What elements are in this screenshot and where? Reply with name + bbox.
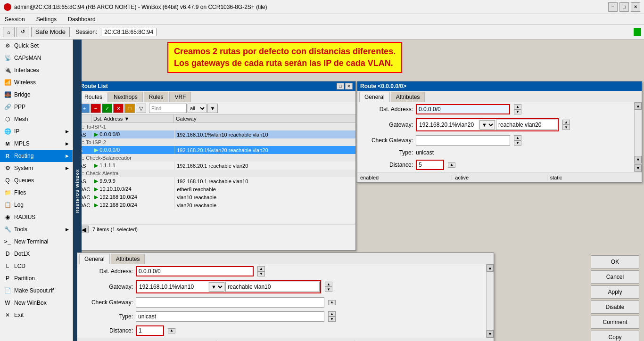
route-list-close[interactable]: ✕	[345, 83, 353, 89]
tab-attributes-detail[interactable]: Attributes	[391, 92, 425, 102]
edit-dst-down[interactable]: ▼	[257, 271, 265, 276]
dist-up-button[interactable]: ▲	[448, 162, 455, 168]
sidebar-item-mpls[interactable]: M MPLS ▶	[0, 138, 73, 150]
disable-button[interactable]: Disable	[591, 300, 639, 314]
dst-address-input[interactable]	[416, 104, 510, 114]
col-dst-address[interactable]: Dst. Address ▼	[91, 115, 174, 122]
tab-attributes-edit[interactable]: Attributes	[111, 254, 145, 264]
sidebar-item-log[interactable]: 📋 Log	[0, 199, 73, 211]
sidebar-item-wireless[interactable]: 📶 Wireless	[0, 76, 73, 89]
sidebar-item-exit[interactable]: ✕ Exit	[0, 309, 73, 321]
tab-nexthops[interactable]: Nexthops	[108, 92, 143, 102]
sidebar-item-mesh[interactable]: ⬡ Mesh	[0, 113, 73, 125]
check-gateway-input-detail[interactable]	[416, 135, 510, 146]
table-row-balanceador[interactable]: AS ▶ 1.1.1.1 192.168.20.1 reachable vlan…	[77, 162, 355, 170]
enable-route-button[interactable]: ✓	[102, 104, 112, 113]
table-row-isp1[interactable]: AS ▶ 0.0.0.0/0 192.168.10.1%vlan10 reach…	[77, 130, 355, 138]
sidebar-item-system[interactable]: ⚙ System ▶	[0, 162, 73, 174]
copy-button[interactable]: Copy	[591, 331, 639, 341]
col-gateway[interactable]: Gateway	[174, 115, 355, 122]
table-row-isp2[interactable]: S ▶ 0.0.0.0/0 192.168.20.1%vlan20 reacha…	[77, 146, 355, 154]
route-list-resize[interactable]: □	[337, 83, 344, 89]
edit-gw-down[interactable]: ▼	[325, 287, 332, 292]
sidebar-item-radius[interactable]: ◉ RADIUS	[0, 211, 73, 223]
menu-dashboard[interactable]: Dashboard	[65, 15, 99, 24]
refresh-button[interactable]: ↺	[17, 27, 29, 37]
detail-scroll-down-bot[interactable]: ▼	[635, 164, 642, 172]
edit-status-bar: enabled active static	[77, 338, 494, 341]
cancel-button[interactable]: Cancel	[591, 270, 639, 284]
edit-scroll-down[interactable]: ▼	[487, 330, 494, 338]
sidebar-item-capsman[interactable]: 📡 CAPsMAN	[0, 52, 73, 64]
maximize-button[interactable]: □	[619, 2, 629, 12]
comment-button[interactable]: Comment	[591, 316, 639, 329]
distance-input-detail[interactable]	[416, 160, 444, 170]
home-button[interactable]: ⌂	[3, 27, 15, 37]
edit-gw-up[interactable]: ▲	[325, 282, 332, 287]
sidebar-item-partition[interactable]: P Partition	[0, 272, 73, 284]
sidebar-item-files[interactable]: 📁 Files	[0, 187, 73, 199]
sidebar-item-lcd[interactable]: L LCD	[0, 260, 73, 272]
find-input[interactable]	[149, 104, 187, 113]
table-row-dac1[interactable]: DAC ▶ 10.10.10.0/24 ether8 reachable	[77, 185, 355, 193]
table-row-alestra[interactable]: AS ▶ 9.9.9.9 192.168.10.1 reachable vlan…	[77, 177, 355, 185]
find-all-dropdown[interactable]: all	[188, 104, 206, 113]
edit-cg-up[interactable]: ▲	[328, 300, 336, 305]
edit-check-gw-input[interactable]	[136, 297, 324, 308]
detail-scroll-down-top[interactable]: ▼	[635, 156, 642, 163]
close-button[interactable]: ✕	[631, 2, 640, 12]
remove-route-button[interactable]: −	[91, 104, 101, 113]
filter-button[interactable]: ▽	[136, 104, 146, 113]
cg-up-button[interactable]: ▲	[514, 135, 521, 140]
cg-down-button[interactable]: ▼	[514, 140, 521, 146]
edit-scroll-up[interactable]: ▲	[487, 264, 494, 272]
route-table-container[interactable]: ::: To-ISP-1 AS ▶ 0.0.0.0/0 192.168.10.1…	[77, 123, 355, 224]
edit-dst-up[interactable]: ▲	[257, 266, 265, 271]
sidebar-item-bridge[interactable]: 🌉 Bridge	[0, 89, 73, 101]
safe-mode-button[interactable]: Safe Mode	[31, 27, 70, 37]
sidebar-label-routing: Routing	[14, 153, 33, 159]
sidebar-label-make-supout: Make Supout.rif	[14, 287, 54, 294]
gateway-input-detail[interactable]	[417, 120, 479, 130]
table-row-dac3[interactable]: DAC ▶ 192.168.20.0/24 vlan20 reachable	[77, 201, 355, 209]
edit-distance-input[interactable]	[136, 325, 164, 336]
find-go-button[interactable]: ▼	[207, 104, 218, 113]
edit-type-up[interactable]: ▲	[328, 311, 336, 317]
tab-vrf[interactable]: VRF	[169, 92, 191, 102]
ok-button[interactable]: OK	[591, 255, 639, 268]
edit-dist-up[interactable]: ▲	[168, 328, 175, 333]
edit-dst-input[interactable]	[136, 266, 254, 276]
dst-down-button[interactable]: ▼	[514, 109, 521, 114]
gw-down-button[interactable]: ▼	[562, 125, 570, 130]
tab-general-detail[interactable]: General	[359, 92, 390, 102]
sidebar-item-quick-set[interactable]: ⚙ Quick Set	[0, 40, 73, 52]
dst-up-button[interactable]: ▲	[514, 104, 521, 109]
tab-general-edit[interactable]: General	[79, 254, 110, 264]
edit-type-input[interactable]	[136, 311, 324, 322]
sidebar-item-queues[interactable]: Q Queues	[0, 174, 73, 187]
menu-settings[interactable]: Settings	[33, 15, 59, 24]
sidebar-item-make-supout[interactable]: 📄 Make Supout.rif	[0, 284, 73, 297]
menu-session[interactable]: Session	[2, 15, 28, 24]
minimize-button[interactable]: −	[608, 2, 618, 12]
gateway-dropdown-detail[interactable]: ▼	[479, 120, 495, 130]
sidebar-item-interfaces[interactable]: 🔌 Interfaces	[0, 64, 73, 76]
edit-gw-dropdown[interactable]: ▼	[209, 282, 224, 292]
copy-route-button[interactable]: □	[124, 104, 135, 113]
sidebar-item-dot1x[interactable]: D Dot1X	[0, 248, 73, 260]
sidebar-item-routing[interactable]: R Routing ▶	[0, 150, 73, 162]
table-row-dac2[interactable]: DAC ▶ 192.168.10.0/24 vlan10 reachable	[77, 193, 355, 201]
gw-up-button[interactable]: ▲	[562, 120, 570, 125]
sidebar-item-ip[interactable]: 🌐 IP ▶	[0, 125, 73, 138]
apply-button[interactable]: Apply	[591, 285, 639, 299]
edit-type-down[interactable]: ▼	[328, 317, 336, 322]
tab-rules[interactable]: Rules	[144, 92, 169, 102]
sidebar-item-tools[interactable]: 🔧 Tools ▶	[0, 223, 73, 235]
tab-routes[interactable]: Routes	[79, 92, 107, 102]
sidebar-item-new-winbox[interactable]: W New WinBox	[0, 297, 73, 309]
detail-scroll-up[interactable]: ▲	[635, 102, 642, 110]
edit-gw-input[interactable]	[137, 282, 208, 292]
sidebar-item-new-terminal[interactable]: >_ New Terminal	[0, 235, 73, 248]
disable-route-button[interactable]: ✕	[113, 104, 124, 113]
sidebar-item-ppp[interactable]: 🔗 PPP	[0, 101, 73, 113]
